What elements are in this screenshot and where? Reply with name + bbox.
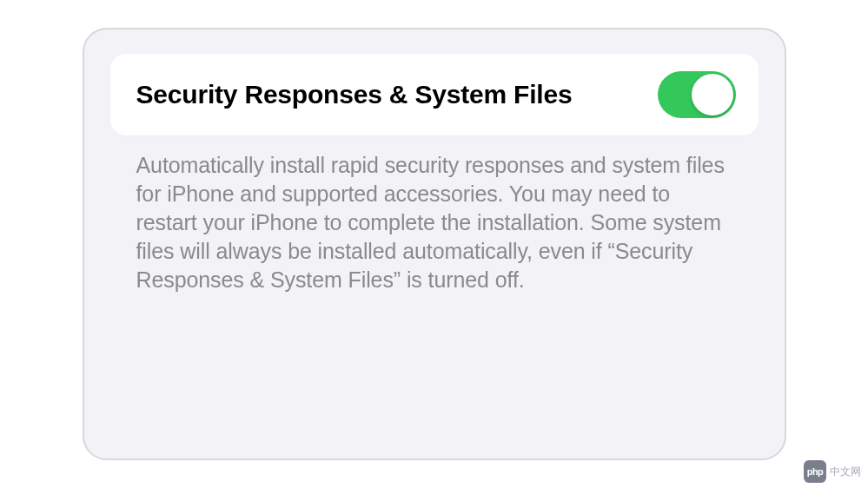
php-logo-icon: php [804, 460, 826, 483]
watermark: php 中文网 [804, 460, 861, 483]
toggle-knob [692, 74, 733, 115]
setting-description: Automatically install rapid security res… [110, 135, 759, 294]
security-responses-row: Security Responses & System Files [110, 54, 759, 135]
settings-panel: Security Responses & System Files Automa… [83, 28, 786, 460]
watermark-label: 中文网 [830, 465, 861, 479]
setting-title: Security Responses & System Files [136, 78, 573, 111]
security-responses-toggle[interactable] [658, 71, 736, 118]
